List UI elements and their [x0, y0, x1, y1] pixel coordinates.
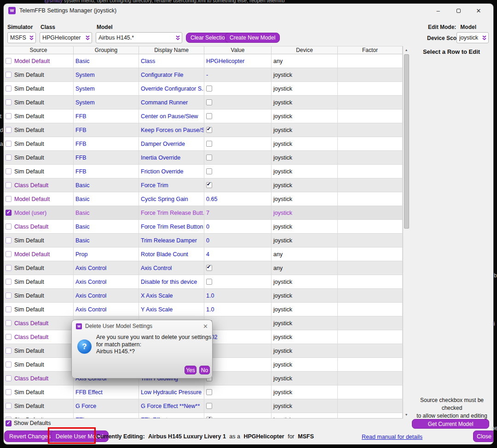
scroll-down-icon[interactable]: ▼	[403, 411, 410, 419]
source-checkbox[interactable]	[6, 389, 12, 395]
value-checkbox[interactable]	[206, 155, 212, 161]
source-checkbox[interactable]	[6, 58, 12, 64]
close-window-button[interactable]: ✕	[468, 4, 489, 17]
maximize-button[interactable]	[448, 4, 468, 17]
source-checkbox[interactable]	[6, 224, 12, 230]
value-checkbox[interactable]	[206, 141, 212, 147]
source-checkbox[interactable]	[6, 237, 12, 243]
source-checkbox[interactable]	[6, 375, 12, 381]
table-cell	[338, 316, 403, 330]
edit-mode-value: Model	[460, 24, 476, 30]
value-checkbox[interactable]	[206, 99, 212, 105]
value-checkbox[interactable]	[206, 265, 212, 271]
scrollbar-thumb[interactable]	[404, 54, 409, 229]
show-defaults-checkbox[interactable]: Show Defaults	[6, 420, 51, 426]
source-checkbox[interactable]	[6, 182, 12, 188]
table-row[interactable]: Sim DefaultAxis ControlX Axis Scale1.0jo…	[4, 289, 403, 303]
table-row[interactable]: Model DefaultBasicCyclic Spring Gain0.65…	[4, 192, 403, 206]
table-row[interactable]: Sim DefaultFFBDamper Overridejoystick	[4, 137, 403, 151]
titlebar[interactable]: W TelemFFB Settings Manager (joystick) –…	[4, 4, 493, 17]
table-cell: joystick	[272, 96, 338, 109]
value-checkbox[interactable]	[206, 182, 212, 188]
column-header[interactable]: Display Name	[139, 46, 204, 54]
table-row[interactable]: Sim DefaultAxis ControlDisable for this …	[4, 275, 403, 289]
table-row[interactable]: Model (user)BasicForce Trim Release Butt…	[4, 206, 403, 220]
table-row[interactable]: Sim DefaultFFB EffectLow Hydraulic Press…	[4, 385, 403, 399]
source-checkbox[interactable]	[6, 141, 12, 147]
source-checkbox[interactable]	[6, 155, 12, 161]
source-label: Model Default	[14, 58, 50, 64]
table-row[interactable]: Model DefaultBasicClassHPGHelicopterany	[4, 54, 403, 68]
source-checkbox[interactable]	[6, 99, 12, 105]
get-current-model-button[interactable]: Get Current Model	[412, 419, 489, 429]
table-row[interactable]: Sim DefaultFFBKeep Forces on Pause/S...j…	[4, 123, 403, 137]
minimize-button[interactable]: –	[428, 4, 448, 17]
source-checkbox[interactable]	[6, 293, 12, 299]
table-row[interactable]: Sim DefaultAxis ControlY Axis Scale1.0jo…	[4, 303, 403, 316]
source-checkbox[interactable]	[6, 362, 12, 368]
create-new-model-button[interactable]: Create New Model	[225, 33, 280, 43]
value-checkbox[interactable]	[206, 113, 212, 119]
value-checkbox[interactable]	[206, 127, 212, 133]
table-row[interactable]: Sim DefaultFFBFriction Overridejoystick	[4, 165, 403, 178]
class-select[interactable]: HPGHelicopter	[40, 32, 92, 43]
table-cell	[204, 96, 272, 109]
dialog-close-icon[interactable]: ✕	[203, 323, 208, 330]
scroll-up-icon[interactable]: ▲	[403, 46, 410, 54]
source-checkbox[interactable]	[6, 168, 12, 174]
column-header[interactable]: Grouping	[74, 46, 139, 54]
revert-changes-button[interactable]: Revert Changes	[4, 431, 56, 442]
source-checkbox[interactable]	[6, 334, 12, 340]
value-checkbox[interactable]	[206, 417, 212, 419]
source-label: Model (user)	[14, 210, 46, 216]
table-row[interactable]: Sim DefaultFFBCenter on Pause/Slewjoysti…	[4, 109, 403, 123]
source-checkbox[interactable]	[6, 348, 12, 354]
app-window: W TelemFFB Settings Manager (joystick) –…	[4, 4, 493, 444]
column-header[interactable]: Factor	[338, 46, 403, 54]
table-row[interactable]: Sim DefaultG ForceG Force Effect **New**…	[4, 399, 403, 413]
table-scrollbar[interactable]: ▲ ▼	[403, 46, 410, 419]
value-checkbox[interactable]	[206, 403, 212, 409]
table-row[interactable]: Sim DefaultBasicTrim Release Damper0joys…	[4, 234, 403, 247]
source-checkbox[interactable]	[6, 306, 12, 312]
table-row[interactable]: Sim DefaultSystemOverride Configurator S…	[4, 82, 403, 96]
device-scope-select[interactable]: joystick	[457, 32, 489, 43]
value-checkbox[interactable]	[206, 168, 212, 174]
column-header[interactable]: Device	[272, 46, 338, 54]
source-checkbox[interactable]	[6, 417, 12, 419]
value-checkbox[interactable]	[206, 279, 212, 285]
table-row[interactable]: Class DefaultBasicForce Trimjoystick	[4, 178, 403, 192]
source-checkbox[interactable]	[6, 265, 12, 271]
close-button[interactable]: Close	[473, 431, 493, 442]
source-checkbox[interactable]	[6, 113, 12, 119]
table-cell: Sim Default	[4, 165, 74, 178]
table-row[interactable]: Model DefaultPropRotor Blade Count4any	[4, 247, 403, 261]
source-checkbox[interactable]	[6, 403, 12, 409]
read-manual-link[interactable]: Read manual for details	[362, 434, 422, 440]
table-row[interactable]: Sim DefaultAxis ControlAxis Controlany	[4, 261, 403, 275]
dialog-titlebar[interactable]: W Delete User Model Settings ✕	[72, 320, 212, 332]
source-checkbox[interactable]	[6, 320, 12, 326]
source-checkbox[interactable]	[6, 127, 12, 133]
table-cell: joystick	[272, 109, 338, 123]
column-header[interactable]: Value	[204, 46, 272, 54]
table-row[interactable]: Sim DefaultSystemCommand Runnerjoystick	[4, 96, 403, 109]
column-header[interactable]: Source	[4, 46, 74, 54]
table-row[interactable]: Class DefaultBasicForce Trim Reset Butto…	[4, 220, 403, 234]
no-button[interactable]: No	[199, 366, 210, 374]
model-select[interactable]: Airbus H145.*	[96, 32, 182, 43]
source-checkbox[interactable]	[6, 196, 12, 202]
source-checkbox[interactable]	[6, 86, 12, 92]
value-checkbox[interactable]	[206, 389, 212, 395]
table-row[interactable]: Sim DefaultFFBInertia Overridejoystick	[4, 151, 403, 165]
source-checkbox[interactable]	[6, 251, 12, 257]
source-checkbox[interactable]	[6, 72, 12, 78]
source-checkbox[interactable]	[6, 210, 12, 216]
table-cell: Class Default	[4, 220, 74, 233]
yes-button[interactable]: Yes	[185, 366, 196, 374]
value-checkbox[interactable]	[206, 86, 212, 92]
source-checkbox[interactable]	[6, 279, 12, 285]
table-row[interactable]: Sim DefaultSystemConfigurator File-joyst…	[4, 68, 403, 82]
simulator-select[interactable]: MSFS	[7, 32, 36, 43]
table-row[interactable]: Sim DefaultETLETL Effectjoystick	[4, 413, 403, 419]
